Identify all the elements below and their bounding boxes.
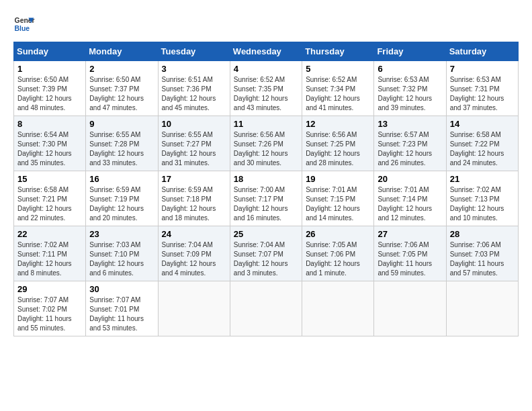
day-info: Sunrise: 7:07 AMSunset: 7:01 PMDaylight:… xyxy=(89,296,144,332)
calendar-week-row: 29 Sunrise: 7:07 AMSunset: 7:02 PMDaylig… xyxy=(14,281,519,336)
weekday-header: Monday xyxy=(86,42,158,61)
day-number: 21 xyxy=(450,174,515,184)
calendar-day-cell: 8 Sunrise: 6:54 AMSunset: 7:30 PMDayligh… xyxy=(14,116,86,171)
day-info: Sunrise: 7:01 AMSunset: 7:15 PMDaylight:… xyxy=(306,186,360,222)
day-number: 8 xyxy=(17,119,82,129)
day-info: Sunrise: 6:56 AMSunset: 7:26 PMDaylight:… xyxy=(234,131,288,167)
calendar-day-cell: 29 Sunrise: 7:07 AMSunset: 7:02 PMDaylig… xyxy=(14,281,86,336)
calendar-day-cell: 22 Sunrise: 7:02 AMSunset: 7:11 PMDaylig… xyxy=(14,226,86,281)
weekday-header: Sunday xyxy=(14,42,86,61)
day-number: 11 xyxy=(234,119,298,129)
day-number: 1 xyxy=(17,64,82,74)
weekday-header: Friday xyxy=(374,42,446,61)
day-info: Sunrise: 7:04 AMSunset: 7:09 PMDaylight:… xyxy=(162,241,216,277)
day-number: 30 xyxy=(89,284,154,294)
calendar-day-cell: 19 Sunrise: 7:01 AMSunset: 7:15 PMDaylig… xyxy=(302,171,374,226)
day-info: Sunrise: 6:52 AMSunset: 7:34 PMDaylight:… xyxy=(306,76,360,111)
day-number: 24 xyxy=(162,229,226,239)
calendar-day-cell: 27 Sunrise: 7:06 AMSunset: 7:05 PMDaylig… xyxy=(374,226,446,281)
calendar-day-cell: 26 Sunrise: 7:05 AMSunset: 7:06 PMDaylig… xyxy=(302,226,374,281)
day-number: 3 xyxy=(162,64,226,74)
weekday-header: Tuesday xyxy=(158,42,230,61)
day-info: Sunrise: 6:55 AMSunset: 7:28 PMDaylight:… xyxy=(89,131,144,167)
calendar-day-cell: 25 Sunrise: 7:04 AMSunset: 7:07 PMDaylig… xyxy=(230,226,302,281)
day-info: Sunrise: 6:58 AMSunset: 7:22 PMDaylight:… xyxy=(450,131,504,167)
calendar-day-cell: 21 Sunrise: 7:02 AMSunset: 7:13 PMDaylig… xyxy=(446,171,518,226)
day-number: 17 xyxy=(162,174,226,184)
calendar-day-cell: 5 Sunrise: 6:52 AMSunset: 7:34 PMDayligh… xyxy=(302,61,374,116)
day-number: 27 xyxy=(378,229,442,239)
day-number: 18 xyxy=(234,174,298,184)
day-info: Sunrise: 6:54 AMSunset: 7:30 PMDaylight:… xyxy=(17,131,72,167)
day-number: 4 xyxy=(234,64,298,74)
svg-text:Blue: Blue xyxy=(15,25,30,32)
day-info: Sunrise: 7:07 AMSunset: 7:02 PMDaylight:… xyxy=(17,296,72,332)
day-number: 7 xyxy=(450,64,515,74)
day-number: 20 xyxy=(378,174,442,184)
day-number: 13 xyxy=(378,119,442,129)
day-info: Sunrise: 6:53 AMSunset: 7:32 PMDaylight:… xyxy=(378,76,432,111)
day-number: 2 xyxy=(89,64,154,74)
weekday-header: Thursday xyxy=(302,42,374,61)
calendar-day-cell: 13 Sunrise: 6:57 AMSunset: 7:23 PMDaylig… xyxy=(374,116,446,171)
calendar-day-cell: 6 Sunrise: 6:53 AMSunset: 7:32 PMDayligh… xyxy=(374,61,446,116)
calendar-day-cell: 7 Sunrise: 6:53 AMSunset: 7:31 PMDayligh… xyxy=(446,61,518,116)
calendar-day-cell: 18 Sunrise: 7:00 AMSunset: 7:17 PMDaylig… xyxy=(230,171,302,226)
day-info: Sunrise: 6:51 AMSunset: 7:36 PMDaylight:… xyxy=(162,76,216,111)
calendar-day-cell: 17 Sunrise: 6:59 AMSunset: 7:18 PMDaylig… xyxy=(158,171,230,226)
day-number: 16 xyxy=(89,174,154,184)
day-number: 22 xyxy=(17,229,82,239)
calendar-day-cell: 30 Sunrise: 7:07 AMSunset: 7:01 PMDaylig… xyxy=(86,281,158,336)
day-info: Sunrise: 6:57 AMSunset: 7:23 PMDaylight:… xyxy=(378,131,432,167)
day-number: 5 xyxy=(306,64,370,74)
calendar-day-cell: 1 Sunrise: 6:50 AMSunset: 7:39 PMDayligh… xyxy=(14,61,86,116)
page-header: General Blue xyxy=(13,13,519,35)
day-info: Sunrise: 7:06 AMSunset: 7:05 PMDaylight:… xyxy=(378,241,432,277)
day-number: 26 xyxy=(306,229,370,239)
calendar-day-cell: 9 Sunrise: 6:55 AMSunset: 7:28 PMDayligh… xyxy=(86,116,158,171)
day-number: 28 xyxy=(450,229,515,239)
day-number: 29 xyxy=(17,284,82,294)
calendar-day-cell: 11 Sunrise: 6:56 AMSunset: 7:26 PMDaylig… xyxy=(230,116,302,171)
calendar-day-cell xyxy=(158,281,230,336)
calendar-day-cell xyxy=(230,281,302,336)
day-info: Sunrise: 6:59 AMSunset: 7:18 PMDaylight:… xyxy=(162,186,216,222)
calendar-day-cell: 4 Sunrise: 6:52 AMSunset: 7:35 PMDayligh… xyxy=(230,61,302,116)
day-number: 23 xyxy=(89,229,154,239)
calendar-day-cell: 3 Sunrise: 6:51 AMSunset: 7:36 PMDayligh… xyxy=(158,61,230,116)
day-info: Sunrise: 7:04 AMSunset: 7:07 PMDaylight:… xyxy=(234,241,288,277)
day-number: 14 xyxy=(450,119,515,129)
day-info: Sunrise: 7:06 AMSunset: 7:03 PMDaylight:… xyxy=(450,241,504,277)
day-info: Sunrise: 7:02 AMSunset: 7:13 PMDaylight:… xyxy=(450,186,504,222)
calendar-day-cell xyxy=(374,281,446,336)
calendar-day-cell: 2 Sunrise: 6:50 AMSunset: 7:37 PMDayligh… xyxy=(86,61,158,116)
day-number: 6 xyxy=(378,64,442,74)
calendar-day-cell: 14 Sunrise: 6:58 AMSunset: 7:22 PMDaylig… xyxy=(446,116,518,171)
day-info: Sunrise: 7:05 AMSunset: 7:06 PMDaylight:… xyxy=(306,241,360,277)
day-info: Sunrise: 7:01 AMSunset: 7:14 PMDaylight:… xyxy=(378,186,432,222)
calendar-week-row: 15 Sunrise: 6:58 AMSunset: 7:21 PMDaylig… xyxy=(14,171,519,226)
calendar-table: SundayMondayTuesdayWednesdayThursdayFrid… xyxy=(13,42,519,336)
day-number: 25 xyxy=(234,229,298,239)
day-info: Sunrise: 6:50 AMSunset: 7:37 PMDaylight:… xyxy=(89,76,144,111)
day-info: Sunrise: 7:00 AMSunset: 7:17 PMDaylight:… xyxy=(234,186,288,222)
day-info: Sunrise: 6:50 AMSunset: 7:39 PMDaylight:… xyxy=(17,76,72,111)
day-number: 10 xyxy=(162,119,226,129)
day-info: Sunrise: 7:02 AMSunset: 7:11 PMDaylight:… xyxy=(17,241,72,277)
weekday-header: Wednesday xyxy=(230,42,302,61)
logo-icon: General Blue xyxy=(13,13,35,35)
logo: General Blue xyxy=(13,13,35,35)
calendar-day-cell: 10 Sunrise: 6:55 AMSunset: 7:27 PMDaylig… xyxy=(158,116,230,171)
calendar-week-row: 8 Sunrise: 6:54 AMSunset: 7:30 PMDayligh… xyxy=(14,116,519,171)
calendar-week-row: 22 Sunrise: 7:02 AMSunset: 7:11 PMDaylig… xyxy=(14,226,519,281)
weekday-header: Saturday xyxy=(446,42,518,61)
calendar-day-cell: 16 Sunrise: 6:59 AMSunset: 7:19 PMDaylig… xyxy=(86,171,158,226)
calendar-day-cell: 20 Sunrise: 7:01 AMSunset: 7:14 PMDaylig… xyxy=(374,171,446,226)
day-info: Sunrise: 6:58 AMSunset: 7:21 PMDaylight:… xyxy=(17,186,72,222)
day-info: Sunrise: 6:59 AMSunset: 7:19 PMDaylight:… xyxy=(89,186,144,222)
day-info: Sunrise: 7:03 AMSunset: 7:10 PMDaylight:… xyxy=(89,241,144,277)
day-number: 19 xyxy=(306,174,370,184)
day-info: Sunrise: 6:52 AMSunset: 7:35 PMDaylight:… xyxy=(234,76,288,111)
day-number: 12 xyxy=(306,119,370,129)
day-info: Sunrise: 6:53 AMSunset: 7:31 PMDaylight:… xyxy=(450,76,504,111)
